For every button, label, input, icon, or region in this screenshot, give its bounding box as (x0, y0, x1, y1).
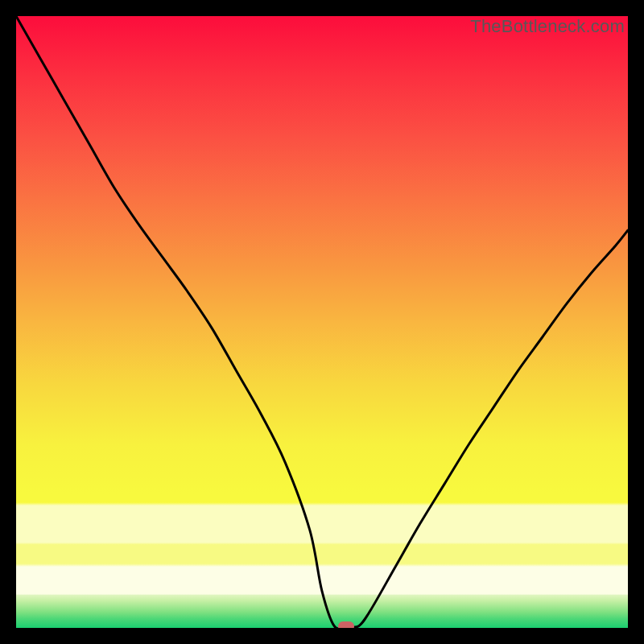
bottleneck-chart (16, 16, 628, 628)
optimal-point-marker (338, 621, 354, 628)
chart-frame: TheBottleneck.com (0, 0, 644, 644)
plot-area: TheBottleneck.com (16, 16, 628, 628)
watermark-text: TheBottleneck.com (470, 16, 625, 37)
gradient-background (16, 16, 628, 628)
